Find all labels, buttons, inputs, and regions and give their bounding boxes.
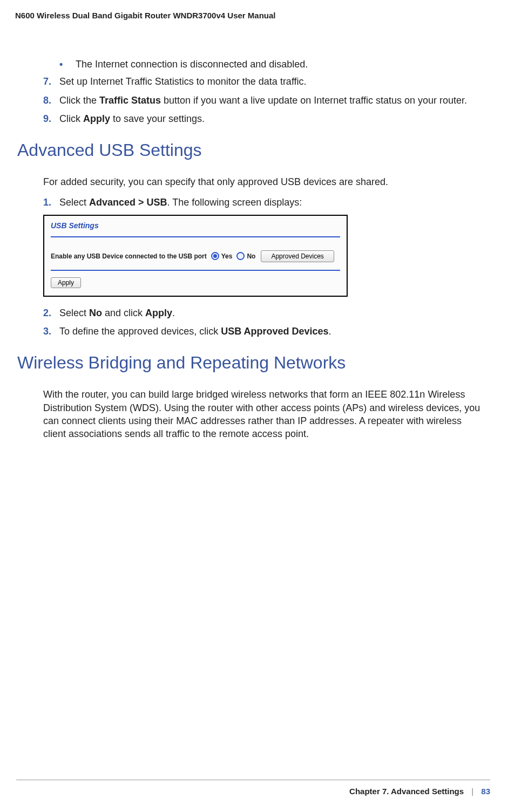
step-8: 8. Click the Traffic Status button if yo… (43, 94, 485, 107)
menu-path: Advanced > USB (89, 197, 167, 208)
text: Select (59, 308, 89, 318)
step-text: To define the approved devices, click US… (59, 325, 485, 338)
text: and click (102, 308, 145, 318)
traffic-status-label: Traffic Status (99, 95, 161, 106)
step-number: 8. (43, 94, 59, 107)
usb-step-2: 2. Select No and click Apply. (43, 306, 485, 319)
wds-paragraph: With the router, you can build large bri… (43, 388, 485, 440)
text: . The following screen displays: (167, 197, 302, 208)
text: . (329, 326, 331, 337)
no-label: No (89, 308, 102, 318)
bullet-icon: • (59, 58, 76, 71)
text: . (172, 308, 175, 318)
step-9: 9. Click Apply to save your settings. (43, 112, 485, 125)
bullet-text: The Internet connection is disconnected … (76, 58, 308, 71)
step-number: 1. (43, 196, 59, 209)
heading-wireless-bridging: Wireless Bridging and Repeating Networks (17, 353, 485, 373)
step-7: 7. Set up Internet Traffic Statistics to… (43, 75, 485, 88)
step-number: 3. (43, 325, 59, 338)
usb-step-3: 3. To define the approved devices, click… (43, 325, 485, 338)
apply-label: Apply (145, 308, 172, 318)
radio-no-label: No (247, 253, 255, 260)
step-text: Select Advanced > USB. The following scr… (59, 196, 485, 209)
text: to save your settings. (110, 113, 205, 124)
text: Select (59, 197, 89, 208)
text: Click the (59, 95, 99, 106)
text: button if you want a live update on Inte… (161, 95, 467, 106)
step-text: Select No and click Apply. (59, 306, 485, 319)
step-text: Set up Internet Traffic Statistics to mo… (59, 75, 485, 88)
text: Click (59, 113, 83, 124)
screenshot-title: USB Settings (44, 216, 347, 234)
radio-yes[interactable] (211, 252, 219, 260)
text: To define the approved devices, click (59, 326, 221, 337)
approved-devices-button[interactable]: Approved Devices (261, 250, 334, 262)
chapter-label: Chapter 7. Advanced Settings (349, 787, 464, 796)
usb-intro: For added security, you can specify that… (43, 175, 485, 188)
page-number: 83 (481, 787, 490, 796)
usb-step-1: 1. Select Advanced > USB. The following … (43, 196, 485, 209)
step-number: 9. (43, 112, 59, 125)
step-number: 2. (43, 306, 59, 319)
apply-label: Apply (83, 113, 110, 124)
divider (51, 236, 340, 237)
separator: | (471, 787, 473, 796)
radio-no[interactable] (236, 252, 245, 260)
step-text: Click Apply to save your settings. (59, 112, 485, 125)
page-content: • The Internet connection is disconnecte… (0, 20, 528, 441)
usb-settings-screenshot: USB Settings Enable any USB Device conne… (43, 215, 348, 297)
usb-approved-devices-label: USB Approved Devices (221, 326, 328, 337)
apply-button[interactable]: Apply (51, 277, 81, 288)
radio-yes-label: Yes (221, 253, 233, 260)
step-text: Click the Traffic Status button if you w… (59, 94, 485, 107)
heading-advanced-usb: Advanced USB Settings (17, 140, 485, 160)
enable-label: Enable any USB Device connected to the U… (51, 253, 207, 260)
bullet-item: • The Internet connection is disconnecte… (59, 58, 485, 71)
enable-usb-row: Enable any USB Device connected to the U… (44, 243, 347, 265)
apply-row: Apply (44, 271, 347, 296)
manual-title: N600 Wireless Dual Band Gigabit Router W… (0, 0, 528, 20)
step-number: 7. (43, 75, 59, 88)
page-footer: Chapter 7. Advanced Settings | 83 (16, 780, 490, 796)
